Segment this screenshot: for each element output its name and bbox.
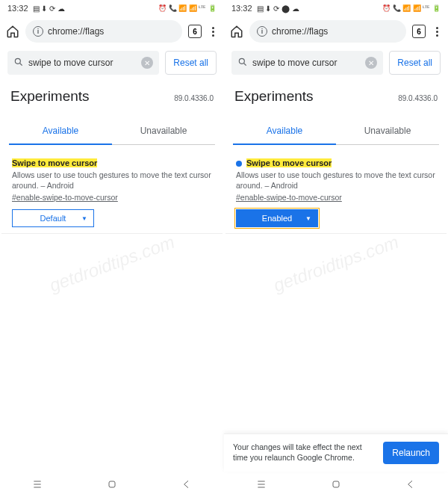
reset-all-button[interactable]: Reset all bbox=[389, 51, 441, 75]
status-left-icons: ▤ ⬇ ⟳ ☁ bbox=[33, 4, 65, 13]
chevron-down-icon: ▼ bbox=[81, 215, 87, 222]
flag-item: Swipe to move cursor Allows user to use … bbox=[225, 145, 447, 234]
home-icon[interactable] bbox=[230, 25, 243, 38]
system-nav-bar bbox=[224, 472, 448, 497]
flags-search-input[interactable]: swipe to move cursor ✕ bbox=[7, 51, 159, 75]
page-header: Experiments 89.0.4336.0 bbox=[224, 79, 448, 108]
status-bar: 13:32 ▤ ⬇ ⟳ ☁ ⏰ 📞 📶 📶 ᴸᵀᴱ 🔋 bbox=[0, 0, 224, 16]
tab-switcher[interactable]: 6 bbox=[188, 25, 202, 38]
url-bar[interactable]: i chrome://flags bbox=[249, 20, 406, 43]
flag-item: Swipe to move cursor Allows user to use … bbox=[1, 145, 223, 234]
search-row: swipe to move cursor ✕ Reset all bbox=[0, 46, 224, 79]
system-nav-bar bbox=[0, 472, 224, 497]
phone-left: 13:32 ▤ ⬇ ⟳ ☁ ⏰ 📞 📶 📶 ᴸᵀᴱ 🔋 i chrome://f… bbox=[0, 0, 224, 497]
changed-indicator-icon bbox=[236, 161, 242, 167]
svg-line-1 bbox=[20, 63, 22, 65]
back-button[interactable] bbox=[405, 478, 417, 490]
reset-all-button[interactable]: Reset all bbox=[165, 51, 217, 75]
chrome-version: 89.0.4336.0 bbox=[174, 94, 214, 102]
flag-title: Swipe to move cursor bbox=[246, 158, 332, 167]
search-icon bbox=[237, 57, 248, 70]
flag-id: #enable-swipe-to-move-cursor bbox=[12, 193, 212, 202]
relaunch-button[interactable]: Relaunch bbox=[383, 442, 439, 464]
dropdown-label: Default bbox=[40, 214, 66, 223]
tab-unavailable[interactable]: Unavailable bbox=[112, 118, 215, 144]
home-icon[interactable] bbox=[6, 25, 19, 38]
recents-button[interactable] bbox=[31, 478, 43, 490]
chevron-down-icon: ▼ bbox=[305, 215, 311, 222]
flag-title: Swipe to move cursor bbox=[12, 158, 97, 167]
status-left-icons: ▤ ⬇ ⟳ ⬤ ☁ bbox=[257, 4, 299, 13]
flag-id: #enable-swipe-to-move-cursor bbox=[236, 193, 436, 202]
recents-button[interactable] bbox=[255, 478, 267, 490]
tab-switcher[interactable]: 6 bbox=[412, 25, 426, 38]
info-icon: i bbox=[257, 26, 267, 37]
relaunch-bar: Your changes will take effect the next t… bbox=[224, 433, 448, 472]
svg-rect-11 bbox=[333, 481, 339, 487]
status-bar: 13:32 ▤ ⬇ ⟳ ⬤ ☁ ⏰ 📞 📶 📶 ᴸᵀᴱ 🔋 bbox=[224, 0, 448, 16]
overflow-menu-icon[interactable] bbox=[432, 27, 442, 37]
status-time: 13:32 bbox=[7, 4, 28, 13]
search-row: swipe to move cursor ✕ Reset all bbox=[224, 46, 448, 79]
home-button[interactable] bbox=[106, 478, 118, 490]
relaunch-message: Your changes will take effect the next t… bbox=[233, 442, 376, 463]
content-area: getdroidtips.com bbox=[224, 234, 448, 433]
content-area: getdroidtips.com bbox=[0, 234, 224, 472]
chrome-version: 89.0.4336.0 bbox=[398, 94, 438, 102]
search-query-text: swipe to move cursor bbox=[28, 58, 113, 68]
page-title: Experiments bbox=[234, 88, 314, 105]
svg-point-0 bbox=[15, 58, 20, 64]
status-time: 13:32 bbox=[231, 4, 252, 13]
status-right-icons: ⏰ 📞 📶 📶 ᴸᵀᴱ 🔋 bbox=[382, 4, 441, 12]
page-title: Experiments bbox=[10, 88, 90, 105]
watermark: getdroidtips.com bbox=[270, 232, 401, 297]
flag-state-dropdown[interactable]: Enabled ▼ bbox=[236, 209, 318, 227]
url-bar[interactable]: i chrome://flags bbox=[25, 20, 182, 43]
clear-search-icon[interactable]: ✕ bbox=[141, 57, 153, 69]
flag-description: Allows user to use touch gestures to mov… bbox=[236, 170, 436, 191]
info-icon: i bbox=[33, 26, 43, 37]
search-icon bbox=[13, 57, 24, 70]
flag-state-dropdown[interactable]: Default ▼ bbox=[12, 209, 94, 227]
url-text: chrome://flags bbox=[48, 26, 104, 37]
svg-point-6 bbox=[239, 58, 244, 64]
home-button[interactable] bbox=[330, 478, 342, 490]
tab-strip: Available Unavailable bbox=[9, 118, 215, 145]
back-button[interactable] bbox=[181, 478, 193, 490]
tab-available[interactable]: Available bbox=[233, 118, 336, 145]
tab-strip: Available Unavailable bbox=[233, 118, 439, 145]
flag-description: Allows user to use touch gestures to mov… bbox=[12, 170, 212, 191]
watermark: getdroidtips.com bbox=[46, 232, 177, 297]
browser-toolbar: i chrome://flags 6 bbox=[224, 16, 448, 46]
tab-available[interactable]: Available bbox=[9, 118, 112, 145]
overflow-menu-icon[interactable] bbox=[208, 27, 218, 37]
page-header: Experiments 89.0.4336.0 bbox=[0, 79, 224, 108]
phone-right: 13:32 ▤ ⬇ ⟳ ⬤ ☁ ⏰ 📞 📶 📶 ᴸᵀᴱ 🔋 i chrome:/… bbox=[224, 0, 448, 497]
flags-search-input[interactable]: swipe to move cursor ✕ bbox=[231, 51, 383, 75]
clear-search-icon[interactable]: ✕ bbox=[365, 57, 377, 69]
browser-toolbar: i chrome://flags 6 bbox=[0, 16, 224, 46]
svg-rect-5 bbox=[109, 481, 115, 487]
status-right-icons: ⏰ 📞 📶 📶 ᴸᵀᴱ 🔋 bbox=[158, 4, 217, 12]
tab-unavailable[interactable]: Unavailable bbox=[336, 118, 439, 144]
url-text: chrome://flags bbox=[272, 26, 328, 37]
search-query-text: swipe to move cursor bbox=[252, 58, 337, 68]
dropdown-label: Enabled bbox=[262, 214, 292, 223]
svg-line-7 bbox=[244, 63, 246, 65]
